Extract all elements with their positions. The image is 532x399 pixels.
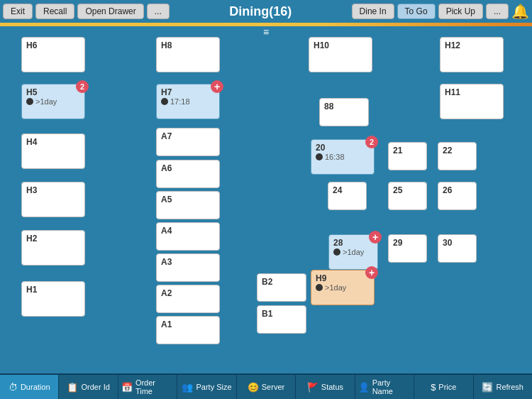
bottom-btn-refresh[interactable]: 🔄Refresh bbox=[474, 375, 532, 399]
bottom-bar: ⏱Duration📋Order Id📅Order Time👥Party Size… bbox=[0, 373, 532, 399]
more2-button[interactable]: ... bbox=[486, 4, 509, 19]
table-label: A6 bbox=[161, 163, 172, 173]
table-card-88[interactable]: 88 bbox=[319, 98, 369, 126]
table-card-a7[interactable]: A7 bbox=[156, 128, 220, 156]
table-card-28[interactable]: +28>1day bbox=[328, 234, 378, 270]
table-label: 20 bbox=[316, 143, 325, 153]
bottom-btn-duration[interactable]: ⏱Duration bbox=[0, 375, 59, 399]
to-go-button[interactable]: To Go bbox=[397, 4, 436, 19]
clock-icon bbox=[26, 98, 33, 105]
bottom-btn-order-time[interactable]: 📅Order Time bbox=[118, 375, 177, 399]
top-bar-right: Dine In To Go Pick Up ... 🔔 bbox=[352, 3, 529, 20]
table-time: >1day bbox=[316, 283, 346, 292]
table-label: 30 bbox=[443, 238, 452, 248]
party-name-icon: 👤 bbox=[358, 382, 370, 393]
top-bar-center: Dining(16) bbox=[229, 4, 292, 19]
pick-up-button[interactable]: Pick Up bbox=[438, 4, 483, 19]
table-label: A1 bbox=[161, 319, 172, 329]
price-icon: $ bbox=[431, 382, 436, 393]
table-card-h4[interactable]: H4 bbox=[21, 133, 85, 169]
duration-icon: ⏱ bbox=[9, 382, 18, 393]
table-label: H11 bbox=[445, 87, 460, 97]
server-icon: 😊 bbox=[248, 382, 259, 393]
status-icon: 🚩 bbox=[307, 382, 318, 393]
table-card-a3[interactable]: A3 bbox=[156, 253, 220, 282]
table-label: B1 bbox=[262, 309, 272, 319]
bottom-btn-price[interactable]: $Price bbox=[414, 375, 473, 399]
table-card-24[interactable]: 24 bbox=[328, 182, 367, 210]
table-card-20[interactable]: 22016:38 bbox=[311, 139, 375, 175]
table-card-30[interactable]: 30 bbox=[438, 234, 477, 263]
table-card-a6[interactable]: A6 bbox=[156, 160, 220, 188]
table-label: H8 bbox=[161, 40, 172, 50]
table-card-21[interactable]: 21 bbox=[388, 142, 427, 170]
party-size-label: Party Size bbox=[196, 383, 231, 391]
order-id-label: Order Id bbox=[81, 383, 109, 391]
table-label: H12 bbox=[445, 40, 460, 50]
table-card-h10[interactable]: H10 bbox=[309, 37, 372, 72]
table-card-h6[interactable]: H6 bbox=[21, 37, 85, 72]
clock-icon bbox=[161, 98, 168, 105]
clock-icon bbox=[316, 153, 323, 160]
bottom-btn-party-size[interactable]: 👥Party Size bbox=[177, 375, 236, 399]
table-time: >1day bbox=[333, 248, 364, 256]
order-time-icon: 📅 bbox=[121, 382, 133, 393]
server-label: Server bbox=[262, 383, 284, 391]
table-card-a1[interactable]: A1 bbox=[156, 316, 220, 344]
table-label: 24 bbox=[333, 185, 342, 195]
dine-in-button[interactable]: Dine In bbox=[352, 4, 394, 19]
table-label: 28 bbox=[333, 238, 343, 248]
table-label: A7 bbox=[161, 131, 172, 141]
hamburger-menu[interactable]: ≡ bbox=[263, 27, 269, 37]
table-card-h5[interactable]: 2H5>1day bbox=[21, 84, 85, 119]
bottom-btn-order-id[interactable]: 📋Order Id bbox=[59, 375, 118, 399]
table-card-h9[interactable]: +H9>1day bbox=[311, 270, 375, 305]
bottom-btn-server[interactable]: 😊Server bbox=[237, 375, 296, 399]
table-card-h2[interactable]: H2 bbox=[21, 230, 85, 266]
table-card-29[interactable]: 29 bbox=[388, 234, 427, 263]
clock-icon bbox=[316, 284, 323, 291]
table-label: H1 bbox=[26, 285, 37, 295]
table-card-a4[interactable]: A4 bbox=[156, 222, 220, 251]
bell-icon[interactable]: 🔔 bbox=[511, 3, 529, 20]
table-label: H6 bbox=[26, 40, 37, 50]
table-label: 29 bbox=[393, 238, 402, 248]
table-label: 26 bbox=[443, 185, 452, 195]
table-label: 88 bbox=[324, 102, 333, 111]
table-label: H4 bbox=[26, 137, 37, 147]
top-bar-left: Exit Recall Open Drawer ... bbox=[3, 4, 170, 19]
table-card-h8[interactable]: H8 bbox=[156, 37, 220, 72]
table-card-25[interactable]: 25 bbox=[388, 182, 427, 210]
party-name-label: Party Name bbox=[372, 378, 411, 395]
recall-button[interactable]: Recall bbox=[35, 4, 74, 19]
table-card-h12[interactable]: H12 bbox=[440, 37, 504, 72]
table-card-b2[interactable]: B2 bbox=[257, 273, 306, 302]
table-label: H5 bbox=[26, 87, 37, 97]
top-bar: Exit Recall Open Drawer ... Dining(16) D… bbox=[0, 0, 532, 23]
table-card-h7[interactable]: +H717:18 bbox=[156, 84, 220, 119]
table-card-26[interactable]: 26 bbox=[438, 182, 477, 210]
table-card-a5[interactable]: A5 bbox=[156, 191, 220, 219]
refresh-icon: 🔄 bbox=[482, 382, 493, 393]
table-label: A5 bbox=[161, 195, 172, 204]
bottom-btn-status[interactable]: 🚩Status bbox=[296, 375, 355, 399]
table-card-22[interactable]: 22 bbox=[438, 142, 477, 170]
exit-button[interactable]: Exit bbox=[3, 4, 33, 19]
open-drawer-button[interactable]: Open Drawer bbox=[77, 4, 143, 19]
refresh-label: Refresh bbox=[496, 383, 523, 391]
table-card-h11[interactable]: H11 bbox=[440, 84, 504, 119]
table-label: H7 bbox=[161, 87, 172, 97]
bottom-btn-party-name[interactable]: 👤Party Name bbox=[355, 375, 414, 399]
table-card-a2[interactable]: A2 bbox=[156, 285, 220, 313]
table-label: H10 bbox=[314, 40, 329, 50]
table-label: A3 bbox=[161, 257, 172, 267]
dining-title: Dining(16) bbox=[229, 4, 292, 19]
table-card-h1[interactable]: H1 bbox=[21, 281, 85, 317]
more1-button[interactable]: ... bbox=[147, 4, 170, 19]
price-label: Price bbox=[438, 383, 456, 391]
table-card-h3[interactable]: H3 bbox=[21, 182, 85, 217]
table-label: 21 bbox=[393, 146, 402, 155]
table-card-b1[interactable]: B1 bbox=[257, 305, 306, 334]
table-label: H2 bbox=[26, 234, 37, 244]
table-time: 16:38 bbox=[316, 153, 345, 161]
